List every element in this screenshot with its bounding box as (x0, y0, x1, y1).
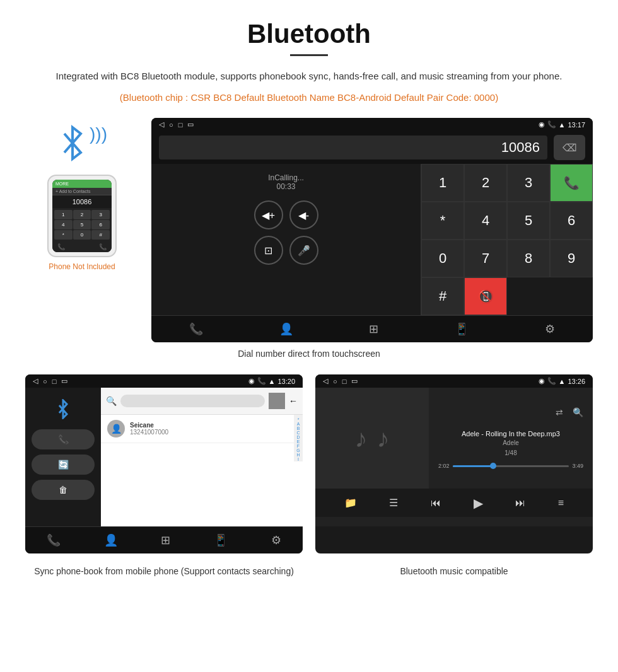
m-nav-recent[interactable]: □ (342, 378, 347, 385)
contact-entry-seicane[interactable]: 👤 Seicane 13241007000 (101, 415, 294, 443)
dial-left-panel: InCalling... 00:33 ◀+ ◀- ⊡ 🎤 (151, 164, 421, 315)
refresh-icon-button[interactable]: 🔄 (32, 455, 95, 475)
time-start: 2:02 (438, 463, 450, 469)
numpad-8[interactable]: 8 (507, 240, 550, 277)
phone-key-1[interactable]: 1 (54, 210, 73, 219)
nav-contacts-icon[interactable]: 👤 (279, 322, 293, 336)
numpad-2[interactable]: 2 (464, 164, 507, 202)
equalizer-icon[interactable]: ≡ (558, 497, 564, 509)
nav-back-icon[interactable]: ◁ (159, 120, 164, 129)
numpad-3[interactable]: 3 (507, 164, 550, 202)
phone-key-2[interactable]: 2 (73, 210, 91, 219)
numpad-#[interactable]: # (421, 277, 464, 315)
transfer-button[interactable]: ⊡ (254, 236, 283, 265)
music-top: ♪ ♪ ⇄ 🔍 Adele - Rolling In the Deep.mp3 … (315, 388, 593, 489)
mic-button[interactable]: 🎤 (289, 236, 318, 265)
phone-icon-button[interactable]: 📞 (32, 429, 95, 449)
c-nav-grid[interactable]: ⊞ (161, 533, 170, 547)
dial-numpad: 123*📞4560789#📵 (421, 164, 593, 315)
dial-screenshot: ◁ ○ □ ▭ ◉ 📞 ▲ 13:17 10086 ⌫ InCalling...… (151, 118, 593, 342)
nav-screenshot-icon[interactable]: ▭ (187, 120, 194, 129)
m-nav-ss[interactable]: ▭ (351, 377, 358, 385)
playlist-icon[interactable]: ☰ (389, 497, 398, 509)
c-nav-device[interactable]: 📱 (214, 533, 228, 547)
description-text: Integrated with BC8 Bluetooth module, su… (25, 69, 593, 84)
phone-key-hash[interactable]: # (91, 230, 110, 240)
gps-icon: ◉ (539, 120, 545, 129)
c-call-icon: 📞 (257, 377, 266, 385)
contacts-list: 👤 Seicane 13241007000 (101, 415, 294, 461)
album-art: ♪ ♪ (315, 388, 429, 489)
bluetooth-icon-button[interactable] (32, 394, 95, 424)
m-nav-back[interactable]: ◁ (323, 377, 328, 385)
c-nav-settings[interactable]: ⚙ (271, 533, 281, 547)
numpad-9[interactable]: 9 (550, 240, 593, 277)
nav-calls-icon[interactable]: 📞 (189, 322, 203, 336)
nav-device-icon[interactable]: 📱 (455, 322, 469, 336)
c-nav-calls[interactable]: 📞 (47, 533, 61, 547)
artist-name: Adele (503, 439, 519, 446)
nav-settings-icon[interactable]: ⚙ (545, 322, 555, 336)
search-music-icon[interactable]: 🔍 (573, 407, 583, 417)
call-time-display: 00:33 (276, 182, 295, 191)
numpad-5[interactable]: 5 (507, 202, 550, 240)
numpad-7[interactable]: 7 (464, 240, 507, 277)
contacts-sidebar: 📞 🔄 🗑 (25, 388, 101, 526)
play-pause-button[interactable]: ▶ (474, 495, 483, 511)
c-nav-profile[interactable]: 👤 (104, 533, 118, 547)
phone-call-icon[interactable]: 📞 (99, 243, 107, 250)
phone-number-display: 10086 (73, 198, 92, 206)
phone-key-star[interactable]: * (54, 230, 73, 240)
numpad-1[interactable]: 1 (421, 164, 464, 202)
phone-not-included-label: Phone Not Included (49, 262, 115, 271)
delete-icon-button[interactable]: 🗑 (32, 480, 95, 500)
progress-dot (490, 463, 496, 469)
control-row-1: ◀+ ◀- (254, 200, 318, 229)
c-nav-ss[interactable]: ▭ (61, 377, 67, 385)
music-layout: ♪ ♪ ⇄ 🔍 Adele - Rolling In the Deep.mp3 … (315, 388, 593, 526)
volume-up-button[interactable]: ◀+ (254, 200, 283, 229)
control-row-2: ⊡ 🎤 (254, 236, 318, 265)
c-nav-back[interactable]: ◁ (33, 377, 38, 385)
numpad-*[interactable]: * (421, 202, 464, 240)
volume-down-button[interactable]: ◀- (289, 200, 318, 229)
phone-key-0[interactable]: 0 (73, 230, 91, 240)
nav-home-icon[interactable]: ○ (169, 121, 173, 129)
answer-call-button[interactable]: 📞 (550, 164, 593, 202)
search-input-mock[interactable] (120, 395, 265, 407)
end-call-button[interactable]: 📵 (464, 277, 507, 315)
back-arrow-icon[interactable]: ← (289, 396, 298, 406)
contacts-main: 🔍 ← 👤 Seicane 13241007000 (101, 388, 303, 526)
numpad-0[interactable]: 0 (421, 240, 464, 277)
nav-dial-icon[interactable]: ⊞ (369, 322, 378, 336)
phone-key-6[interactable]: 6 (91, 220, 110, 229)
shuffle-icon[interactable]: ⇄ (556, 407, 563, 417)
phone-key-4[interactable]: 4 (54, 220, 73, 229)
phone-bottom-row: 📞 📞 (52, 241, 112, 252)
m-wifi-icon: ▲ (559, 378, 566, 385)
search-avatar (269, 393, 285, 409)
c-time-display: 13:20 (277, 378, 295, 385)
delete-key[interactable]: ⌫ (554, 135, 585, 160)
numpad-4[interactable]: 4 (464, 202, 507, 240)
m-nav-home[interactable]: ○ (333, 378, 337, 385)
contacts-caption-area: Sync phone-book from mobile phone (Suppo… (25, 561, 303, 576)
song-title: Adele - Rolling In the Deep.mp3 (462, 430, 560, 437)
c-nav-recent[interactable]: □ (52, 378, 57, 385)
prev-track-button[interactable]: ⏮ (431, 497, 441, 509)
progress-bar[interactable] (453, 465, 569, 467)
phone-end-icon[interactable]: 📞 (57, 243, 65, 250)
phone-key-3[interactable]: 3 (91, 210, 110, 219)
bottom-row: ◁ ○ □ ▭ ◉ 📞 ▲ 13:20 📞 🔄 (25, 374, 593, 553)
c-nav-home[interactable]: ○ (43, 378, 47, 385)
alpha-index: * A B C D E F G H I (294, 415, 303, 461)
contacts-layout: 📞 🔄 🗑 🔍 ← 👤 Seicane (25, 388, 303, 526)
folder-icon[interactable]: 📁 (344, 497, 357, 509)
numpad-6[interactable]: 6 (550, 202, 593, 240)
next-track-button[interactable]: ⏭ (515, 497, 525, 509)
m-time-display: 13:26 (568, 378, 585, 385)
phone-mockup: MORE + Add to Contacts 10086 1 2 3 4 5 6… (47, 175, 117, 257)
page-title: Bluetooth (25, 19, 593, 49)
nav-recent-icon[interactable]: □ (178, 121, 183, 129)
phone-key-5[interactable]: 5 (73, 220, 91, 229)
